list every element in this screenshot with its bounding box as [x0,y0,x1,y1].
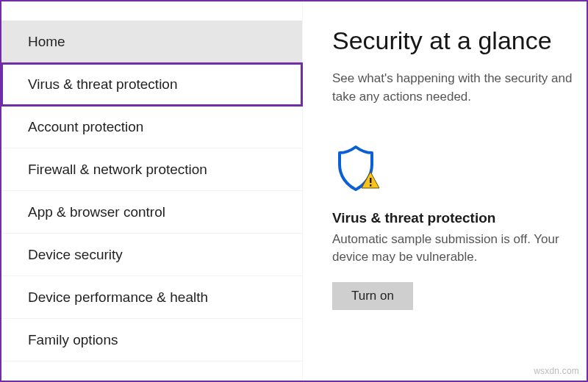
sidebar-item-label: Device performance & health [28,289,208,306]
shield-warning-icon [334,143,575,198]
sidebar-item-label: Device security [28,247,123,263]
card-title: Virus & threat protection [332,210,575,226]
turn-on-button[interactable]: Turn on [332,282,413,310]
watermark: wsxdn.com [534,366,579,376]
sidebar: Home Virus & threat protection Account p… [1,1,303,381]
sidebar-item-label: App & browser control [28,204,165,220]
page-title: Security at a glance [332,26,587,55]
sidebar-item-firewall-network-protection[interactable]: Firewall & network protection [1,148,302,191]
sidebar-item-device-performance-health[interactable]: Device performance & health [1,276,302,319]
sidebar-item-label: Firewall & network protection [28,162,207,178]
sidebar-item-label: Home [28,34,65,50]
sidebar-item-label: Account protection [28,119,143,135]
main-content: Security at a glance See what's happenin… [303,1,587,381]
card-body: Automatic sample submission is off. Your… [332,231,575,266]
svg-rect-1 [370,184,371,187]
sidebar-item-label: Family options [28,332,118,348]
sidebar-item-family-options[interactable]: Family options [1,319,302,361]
security-status-card: Virus & threat protection Automatic samp… [332,143,575,310]
sidebar-item-account-protection[interactable]: Account protection [1,106,302,148]
sidebar-item-label: Virus & threat protection [28,76,177,93]
page-subtitle: See what's happening with the security a… [332,70,587,106]
svg-rect-0 [370,178,371,183]
sidebar-item-device-security[interactable]: Device security [1,234,302,276]
sidebar-item-home[interactable]: Home [1,21,302,63]
sidebar-item-virus-threat-protection[interactable]: Virus & threat protection [1,63,302,106]
sidebar-item-app-browser-control[interactable]: App & browser control [1,191,302,234]
